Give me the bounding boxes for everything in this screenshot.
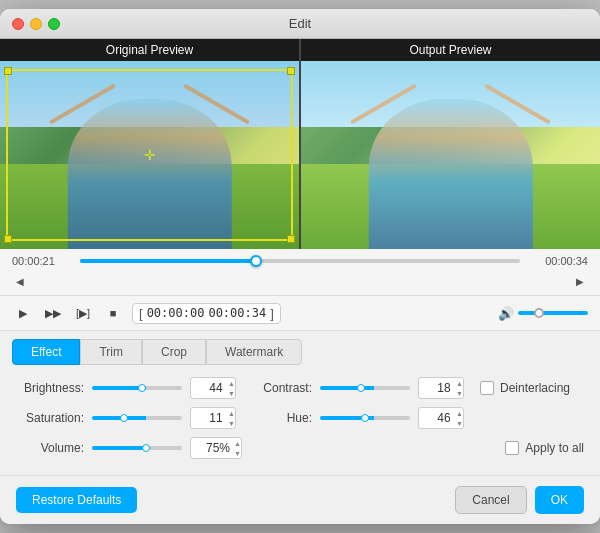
timeline-end-time: 00:00:34 <box>528 255 588 267</box>
volume-slider-container <box>92 446 182 450</box>
time-start-display: 00:00:00 <box>147 306 205 320</box>
restore-defaults-button[interactable]: Restore Defaults <box>16 487 137 513</box>
right-buttons: Cancel OK <box>455 486 584 514</box>
play-button[interactable]: ▶ <box>12 302 34 324</box>
params-section: Brightness: 44 ▲▼ Contrast: 18 ▲▼ <box>0 369 600 475</box>
bracket-close: ] <box>270 306 274 321</box>
deinterlacing-label: Deinterlacing <box>500 381 570 395</box>
apply-to-all-label: Apply to all <box>525 441 584 455</box>
contrast-down[interactable]: ▼ <box>456 388 463 398</box>
output-frame <box>301 61 600 249</box>
brightness-value[interactable]: 44 ▲▼ <box>190 377 236 399</box>
saturation-down[interactable]: ▼ <box>228 418 235 428</box>
tabs-section: Effect Trim Crop Watermark <box>0 331 600 369</box>
bottom-buttons: Restore Defaults Cancel OK <box>0 475 600 524</box>
timeline-progress <box>80 259 256 263</box>
controls-section: ▶ ▶▶ [▶] ■ [ 00:00:00 00:00:34 ] 🔊 <box>0 296 600 331</box>
tab-trim[interactable]: Trim <box>80 339 142 365</box>
contrast-slider[interactable] <box>320 386 410 390</box>
saturation-value[interactable]: 11 ▲▼ <box>190 407 236 429</box>
deinterlacing-checkbox[interactable] <box>480 381 494 395</box>
crop-handle-tl[interactable] <box>4 67 12 75</box>
crop-handle-tr[interactable] <box>287 67 295 75</box>
titlebar: Edit <box>0 9 600 39</box>
apply-to-all-checkbox[interactable] <box>505 441 519 455</box>
hue-thumb[interactable] <box>361 414 369 422</box>
time-end-display: 00:00:34 <box>208 306 266 320</box>
edit-window: Edit Original Preview <box>0 9 600 524</box>
timeline-thumb[interactable] <box>250 255 262 267</box>
brightness-down[interactable]: ▼ <box>228 388 235 398</box>
timeline-section: 00:00:21 00:00:34 ◀ ▶ <box>0 249 600 296</box>
saturation-slider-container <box>92 416 182 420</box>
timeline-prev-arrow[interactable]: ◀ <box>12 273 28 289</box>
output-preview-image <box>301 61 600 249</box>
ok-button[interactable]: OK <box>535 486 584 514</box>
brightness-row: Brightness: 44 ▲▼ Contrast: 18 ▲▼ <box>16 377 584 399</box>
contrast-label: Contrast: <box>244 381 312 395</box>
timeline-track[interactable] <box>80 259 520 263</box>
step-button[interactable]: [▶] <box>72 302 94 324</box>
cancel-button[interactable]: Cancel <box>455 486 526 514</box>
volume-down[interactable]: ▼ <box>234 448 241 458</box>
volume-icon: 🔊 <box>498 306 514 321</box>
saturation-up[interactable]: ▲ <box>228 408 235 418</box>
volume-slider[interactable] <box>518 311 588 315</box>
contrast-up[interactable]: ▲ <box>456 378 463 388</box>
tab-watermark[interactable]: Watermark <box>206 339 302 365</box>
fast-forward-button[interactable]: ▶▶ <box>42 302 64 324</box>
original-preview-image: ✛ <box>0 61 299 249</box>
volume-up[interactable]: ▲ <box>234 438 241 448</box>
volume-thumb[interactable] <box>534 308 544 318</box>
minimize-button[interactable] <box>30 18 42 30</box>
contrast-value[interactable]: 18 ▲▼ <box>418 377 464 399</box>
deinterlacing-row: Deinterlacing <box>480 381 570 395</box>
brightness-slider[interactable] <box>92 386 182 390</box>
volume-label: Volume: <box>16 441 84 455</box>
crop-overlay[interactable]: ✛ <box>6 69 293 241</box>
time-display: [ 00:00:00 00:00:34 ] <box>132 303 281 324</box>
apply-all-container: Apply to all <box>505 441 584 455</box>
brightness-slider-container <box>92 386 182 390</box>
hue-slider[interactable] <box>320 416 410 420</box>
saturation-thumb[interactable] <box>120 414 128 422</box>
traffic-lights <box>12 18 60 30</box>
bracket-open: [ <box>139 306 143 321</box>
crop-handle-bl[interactable] <box>4 235 12 243</box>
output-preview-label: Output Preview <box>301 39 600 61</box>
hue-slider-container <box>320 416 410 420</box>
brightness-label: Brightness: <box>16 381 84 395</box>
saturation-label: Saturation: <box>16 411 84 425</box>
hue-value[interactable]: 46 ▲▼ <box>418 407 464 429</box>
timeline-start-time: 00:00:21 <box>12 255 72 267</box>
brightness-thumb[interactable] <box>138 384 146 392</box>
maximize-button[interactable] <box>48 18 60 30</box>
tab-crop[interactable]: Crop <box>142 339 206 365</box>
tabs-row: Effect Trim Crop Watermark <box>12 339 588 365</box>
output-preview-pane: Output Preview <box>301 39 600 249</box>
saturation-row: Saturation: 11 ▲▼ Hue: 46 ▲▼ <box>16 407 584 429</box>
hue-up[interactable]: ▲ <box>456 408 463 418</box>
crop-handle-br[interactable] <box>287 235 295 243</box>
volume-param-slider[interactable] <box>92 446 182 450</box>
tab-effect[interactable]: Effect <box>12 339 80 365</box>
hue-down[interactable]: ▼ <box>456 418 463 428</box>
timeline-arrows: ◀ ▶ <box>12 271 588 291</box>
original-preview-pane: Original Preview <box>0 39 299 249</box>
stop-button[interactable]: ■ <box>102 302 124 324</box>
close-button[interactable] <box>12 18 24 30</box>
contrast-slider-container <box>320 386 410 390</box>
timeline-next-arrow[interactable]: ▶ <box>572 273 588 289</box>
volume-row: Volume: 75% ▲▼ Apply to all <box>16 437 584 459</box>
volume-control: 🔊 <box>498 306 588 321</box>
crosshair-icon: ✛ <box>144 147 156 163</box>
original-preview-label: Original Preview <box>0 39 299 61</box>
contrast-thumb[interactable] <box>357 384 365 392</box>
volume-param-thumb[interactable] <box>142 444 150 452</box>
hue-label: Hue: <box>244 411 312 425</box>
saturation-slider[interactable] <box>92 416 182 420</box>
volume-value[interactable]: 75% ▲▼ <box>190 437 242 459</box>
window-title: Edit <box>289 16 311 31</box>
preview-section: Original Preview <box>0 39 600 249</box>
brightness-up[interactable]: ▲ <box>228 378 235 388</box>
